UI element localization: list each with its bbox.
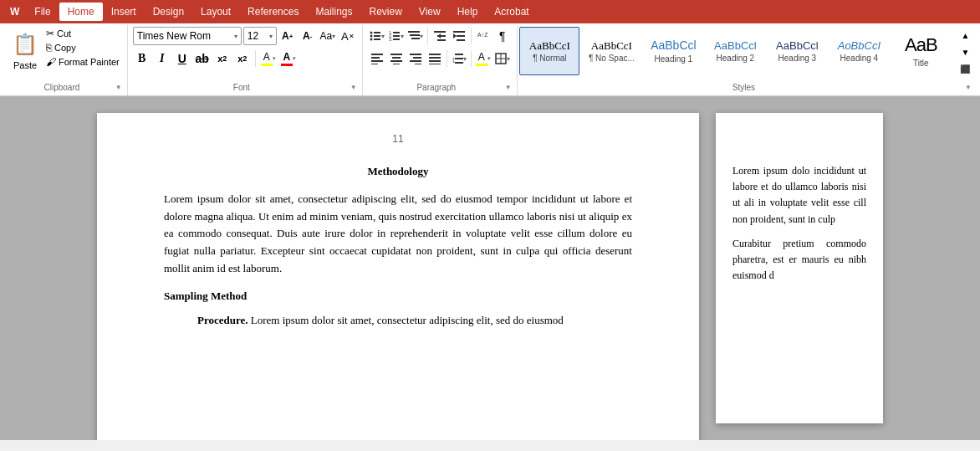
paste-icon: 📋: [12, 28, 38, 60]
right-panel-content: Lorem ipsum dolo incididunt ut labore et…: [732, 163, 866, 284]
style-title-label: Title: [913, 59, 929, 68]
numbering-button[interactable]: 1.2.3. ▾: [387, 27, 406, 45]
font-group-label: Font ▼: [133, 81, 357, 94]
font-name-value: Times New Rom: [137, 30, 211, 42]
menu-layout[interactable]: Layout: [192, 3, 239, 21]
doc-para1[interactable]: Lorem ipsum dolor sit amet, consectetur …: [164, 191, 632, 278]
svg-rect-37: [429, 57, 441, 59]
line-spacing-button[interactable]: ↕ ▾: [450, 49, 468, 68]
style-heading1-label: Heading 1: [655, 54, 693, 64]
svg-rect-20: [453, 31, 465, 33]
format-painter-label: Format Painter: [59, 57, 120, 67]
styles-scroll-down[interactable]: ▼: [956, 44, 974, 60]
style-heading3-preview: AaBbCcl: [776, 39, 819, 53]
italic-button[interactable]: I: [153, 49, 171, 68]
menu-file[interactable]: File: [26, 3, 59, 21]
svg-rect-33: [413, 57, 421, 59]
menu-home[interactable]: Home: [59, 3, 103, 21]
svg-rect-35: [415, 64, 421, 64]
page-content[interactable]: Methodology Lorem ipsum dolor sit amet, …: [164, 163, 632, 329]
menu-references[interactable]: References: [239, 3, 307, 21]
shading-button[interactable]: A ▾: [474, 49, 493, 68]
svg-rect-26: [371, 60, 383, 62]
svg-rect-18: [437, 39, 446, 41]
svg-rect-12: [408, 31, 420, 33]
menu-help[interactable]: Help: [449, 3, 487, 21]
cut-label: Cut: [57, 28, 71, 38]
styles-more[interactable]: ⬛: [956, 60, 974, 77]
font-size-selector[interactable]: 12 ▾: [243, 27, 277, 45]
svg-rect-29: [392, 57, 401, 59]
paste-button[interactable]: 📋 Paste: [8, 27, 42, 72]
doc-heading: Methodology: [164, 163, 632, 181]
superscript-button[interactable]: x2: [233, 49, 252, 68]
font-shrink-button[interactable]: A-: [299, 27, 317, 45]
copy-button[interactable]: ⎘ Copy: [43, 41, 122, 54]
borders-button[interactable]: ▾: [493, 49, 512, 68]
style-heading2[interactable]: AaBbCcl Heading 2: [705, 27, 765, 75]
style-heading1[interactable]: AaBbCcl Heading 1: [643, 27, 703, 75]
clear-formatting-button[interactable]: A✕: [339, 27, 357, 45]
copy-label: Copy: [54, 43, 76, 53]
strikethrough-button[interactable]: ab: [193, 49, 212, 68]
menu-insert[interactable]: Insert: [103, 3, 145, 21]
para-row2: ↕ ▾ A ▾ ▾: [368, 49, 512, 68]
underline-button[interactable]: U: [173, 49, 191, 68]
change-case-button[interactable]: Aa▾: [319, 27, 337, 45]
styles-scroll-up[interactable]: ▲: [956, 27, 974, 44]
menu-review[interactable]: Review: [360, 3, 410, 21]
svg-point-2: [370, 35, 372, 38]
para-row1: ▾ 1.2.3. ▾ ▾: [368, 27, 512, 45]
font-color-button[interactable]: A ▾: [279, 49, 298, 68]
font-expand-icon[interactable]: ▼: [350, 84, 357, 91]
font-color-dropdown-icon: ▾: [293, 55, 296, 62]
highlight-color-bar: [261, 64, 273, 66]
multilevel-button[interactable]: ▾: [406, 27, 425, 45]
style-normal-label: ¶ Normal: [533, 54, 566, 63]
style-no-spacing[interactable]: AaBbCcI ¶ No Spac...: [581, 27, 641, 75]
clipboard-group-label: Clipboard ▼: [8, 81, 122, 94]
font-name-selector[interactable]: Times New Rom ▾: [133, 27, 242, 45]
decrease-indent-button[interactable]: [431, 27, 449, 45]
font-label-text: Font: [133, 83, 350, 92]
style-normal-preview: AaBbCcI: [529, 39, 570, 53]
align-right-button[interactable]: [406, 49, 425, 68]
procedure-label: Procedure.: [197, 314, 248, 326]
sort-button[interactable]: A↑Z: [474, 27, 493, 45]
menu-design[interactable]: Design: [145, 3, 192, 21]
cut-icon: ✂: [46, 28, 54, 39]
style-heading4[interactable]: AoBbCcI Heading 4: [829, 27, 889, 75]
paragraph-expand-icon[interactable]: ▼: [505, 84, 512, 91]
menu-mailings[interactable]: Mailings: [307, 3, 360, 21]
menu-view[interactable]: View: [411, 3, 449, 21]
page-container[interactable]: 11 Methodology Lorem ipsum dolor sit ame…: [0, 96, 980, 440]
justify-button[interactable]: [426, 49, 444, 68]
document-area: 11 Methodology Lorem ipsum dolor sit ame…: [0, 96, 980, 440]
font-grow-button[interactable]: A+: [278, 27, 297, 45]
bold-button[interactable]: B: [133, 49, 151, 68]
align-left-button[interactable]: [368, 49, 386, 68]
align-center-button[interactable]: [387, 49, 406, 68]
text-highlight-button[interactable]: A ▾: [259, 49, 278, 68]
clipboard-expand-icon[interactable]: ▼: [115, 84, 122, 91]
style-title[interactable]: AaB Title: [891, 27, 951, 75]
styles-expand-icon[interactable]: ▼: [965, 84, 972, 91]
format-painter-button[interactable]: 🖌 Format Painter: [43, 55, 122, 69]
paste-label: Paste: [13, 60, 37, 70]
style-title-preview: AaB: [905, 34, 937, 56]
increase-indent-button[interactable]: [450, 27, 468, 45]
menu-bar: W File Home Insert Design Layout Referen…: [0, 0, 980, 23]
style-normal[interactable]: AaBbCcI ¶ Normal: [519, 27, 579, 75]
svg-text:A↑Z: A↑Z: [477, 32, 488, 38]
style-heading1-preview: AaBbCcl: [651, 38, 696, 53]
subscript-button[interactable]: x2: [213, 49, 232, 68]
cut-button[interactable]: ✂ Cut: [43, 27, 122, 40]
procedure-text: Lorem ipsum dolor sit amet, consectetur …: [251, 314, 564, 326]
style-heading3[interactable]: AaBbCcl Heading 3: [767, 27, 827, 75]
svg-rect-3: [374, 35, 380, 37]
bullets-button[interactable]: ▾: [368, 27, 386, 45]
menu-acrobat[interactable]: Acrobat: [486, 3, 537, 21]
doc-procedure[interactable]: Procedure. Lorem ipsum dolor sit amet, c…: [197, 312, 632, 330]
svg-rect-24: [371, 54, 383, 55]
show-marks-button[interactable]: ¶: [493, 27, 512, 45]
